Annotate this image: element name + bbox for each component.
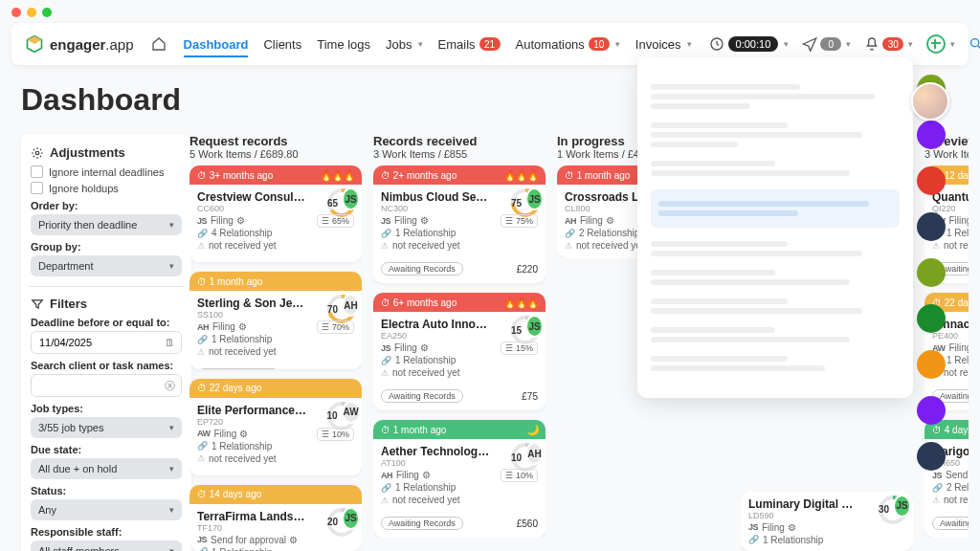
nav-notifications[interactable]: 30 ▾ — [864, 36, 913, 52]
nav-home[interactable] — [151, 36, 167, 52]
ignore-holdups[interactable]: Ignore holdups — [31, 182, 182, 194]
age-label: ⏱ 1 month ago — [565, 170, 630, 181]
responsible-label: Responsible staff: — [31, 526, 182, 538]
status-dot[interactable] — [917, 258, 946, 287]
note-label: not received yet — [209, 240, 277, 251]
search-input[interactable]: ⓧ — [31, 374, 182, 397]
bell-icon — [864, 36, 880, 52]
age-label: ⏱ 1 month ago — [197, 276, 262, 287]
nav-automations[interactable]: Automations10▾ — [516, 26, 620, 63]
timer[interactable]: 0:00:10 ▾ — [709, 36, 790, 52]
ignore-internal-deadlines[interactable]: Ignore internal deadlines — [31, 165, 182, 178]
group-by-select[interactable]: Department▾ — [31, 255, 182, 276]
card-header: ⏱ 1 month ago — [189, 272, 362, 291]
nav-clients[interactable]: Clients — [263, 26, 301, 63]
nav-items: Dashboard Clients Time logs Jobs▾ Emails… — [184, 26, 692, 63]
notifications-panel[interactable] — [637, 57, 913, 398]
date-field[interactable] — [37, 336, 165, 349]
due-state-select[interactable]: All due + on hold▾ — [31, 458, 182, 479]
assignee-avatar[interactable]: JS — [525, 187, 544, 210]
work-item-card[interactable]: ⏱ 1 month agoSterling & Son JewelersSS10… — [189, 272, 362, 368]
status-chip[interactable]: Awaiting Records — [381, 262, 463, 276]
assignee-tag: AH — [565, 216, 576, 226]
column-subtitle: 3 Work Items / £855 — [373, 148, 546, 160]
work-item-card[interactable]: ⏱ 2+ months ago🔥🔥🔥Nimbus Cloud Services.… — [373, 165, 546, 283]
deadline-input[interactable]: 🗓 — [31, 331, 182, 354]
group-by-label: Group by: — [31, 241, 182, 253]
brand[interactable]: engager.app — [25, 34, 134, 54]
nav-timelogs[interactable]: Time logs — [317, 26, 370, 63]
status-dot[interactable] — [917, 442, 946, 471]
status-dot[interactable] — [917, 121, 946, 149]
status-select[interactable]: Any▾ — [31, 499, 182, 520]
status-dot[interactable] — [917, 212, 946, 241]
search-field[interactable] — [37, 379, 165, 392]
progress-donut: 10AW — [327, 402, 356, 430]
bell-badge: 30 — [882, 37, 903, 51]
assignee-avatar[interactable]: JS — [525, 315, 544, 338]
age-label: ⏱ 2+ months ago — [381, 170, 457, 181]
work-item-card[interactable]: Luminary Digital Market...LD590JS Filing… — [741, 492, 913, 551]
progress-badge: ☰ 70% — [317, 320, 354, 334]
status-chip[interactable]: Awaiting Records — [381, 517, 463, 530]
status-dot[interactable] — [917, 350, 946, 379]
nav-emails[interactable]: Emails21 — [438, 26, 501, 63]
work-item-card[interactable]: ⏱ 14 days agoTerraFirma Landscapin...TF1… — [189, 485, 362, 551]
progress-badge: ☰ 10% — [317, 428, 354, 441]
warning-icon: ⚠︎ — [381, 496, 389, 505]
work-item-card[interactable]: ⏱ 22 days agoElite Performance Athleti..… — [189, 379, 362, 475]
assignee-avatar[interactable]: AH — [342, 294, 360, 317]
nav-sent[interactable]: 0 ▾ — [802, 36, 851, 52]
window-controls — [11, 8, 52, 17]
card-body: Electra Auto Innovation...EA250JS Filing… — [373, 312, 546, 386]
close-dot[interactable] — [11, 8, 21, 17]
link-icon: 🔗 — [197, 547, 208, 551]
work-item-card[interactable]: ⏱ 3+ months ago🔥🔥🔥Crestview Consulting L… — [189, 165, 362, 262]
status-chip[interactable]: Awaiting Records — [381, 389, 463, 403]
user-avatar[interactable] — [911, 82, 949, 121]
card-body: Crestview Consulting Ltd.CC600JS Filing … — [189, 185, 362, 258]
deadline-label: Deadline before or equal to: — [31, 317, 182, 328]
assignee-avatar[interactable]: JS — [893, 495, 911, 518]
assignee-avatar[interactable]: JS — [342, 507, 360, 530]
chevron-down-icon: ▾ — [784, 39, 789, 49]
status-chip[interactable]: Awaiting Records — [932, 517, 969, 530]
nav-dashboard[interactable]: Dashboard — [184, 26, 249, 63]
card-header: ⏱ 6+ months ago🔥🔥🔥 — [373, 293, 546, 312]
client-name: TerraFirma Landscapin... — [197, 510, 307, 523]
work-item-card[interactable]: ⏱ 1 month ago🌙Aether Technologies PLCAT1… — [373, 420, 546, 538]
link-icon: 🔗 — [565, 229, 575, 238]
status-dot[interactable] — [917, 304, 946, 333]
chevron-down-icon: ▾ — [908, 39, 913, 49]
checkbox-icon — [31, 165, 43, 178]
warning-icon: ⚠︎ — [197, 347, 205, 357]
warning-icon: ⚠︎ — [565, 241, 572, 251]
nav-add[interactable]: ▾ — [926, 34, 955, 54]
client-name: Sterling & Son Jewelers — [197, 297, 307, 310]
minimize-dot[interactable] — [27, 8, 36, 17]
order-by-select[interactable]: Priority then deadline▾ — [31, 214, 182, 235]
note-label: not received yet — [209, 453, 277, 464]
job-types-label: Job types: — [31, 403, 182, 414]
task-label: Filing ⚙ — [211, 215, 245, 226]
card-body: Elite Performance Athleti...EP720AW Fili… — [189, 398, 362, 472]
assignee-avatar[interactable]: JS — [342, 187, 360, 210]
status-label: Status: — [31, 485, 182, 496]
task-label: Filing ⚙ — [214, 429, 249, 439]
responsible-select[interactable]: All staff members▾ — [31, 540, 182, 551]
job-types-select[interactable]: 3/55 job types▾ — [31, 417, 182, 438]
plus-icon — [926, 34, 946, 54]
status-dot[interactable] — [917, 396, 946, 425]
task-label: Filing ⚙ — [394, 342, 429, 353]
status-dot[interactable] — [917, 166, 946, 195]
assignee-avatar[interactable]: AH — [525, 442, 544, 465]
nav-search[interactable] — [969, 36, 980, 52]
automations-badge: 10 — [589, 37, 610, 51]
chevron-down-icon: ▾ — [169, 546, 174, 551]
work-item-card[interactable]: ⏱ 6+ months ago🔥🔥🔥Electra Auto Innovatio… — [373, 293, 546, 410]
order-by-label: Order by: — [31, 200, 182, 211]
maximize-dot[interactable] — [42, 8, 52, 17]
clear-icon[interactable]: ⓧ — [165, 379, 175, 393]
nav-jobs[interactable]: Jobs▾ — [386, 26, 422, 63]
assignee-avatar[interactable]: AW — [342, 401, 361, 424]
